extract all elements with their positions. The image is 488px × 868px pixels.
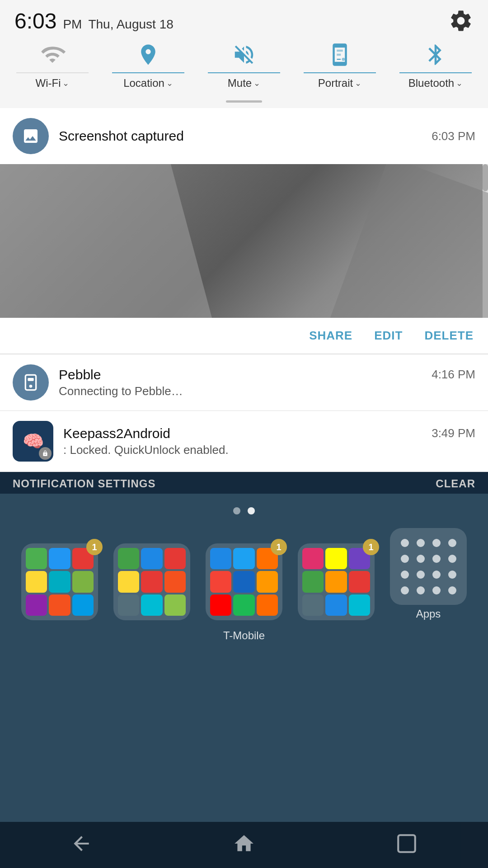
- keepass-notif-subtitle: : Locked. QuickUnlock enabled.: [63, 443, 475, 457]
- folder-3-app-5: [233, 571, 254, 592]
- folder-3-app-4: [210, 571, 231, 592]
- folder-2-app-8: [141, 594, 162, 616]
- mute-icon: [230, 42, 258, 67]
- pebble-notif-icon: [13, 364, 49, 401]
- folder-2-app-7: [118, 594, 139, 616]
- share-button[interactable]: SHARE: [307, 325, 354, 346]
- screenshot-notif-icon: [13, 118, 49, 154]
- location-icon: [135, 42, 162, 67]
- folder-1-badge: 1: [86, 539, 103, 555]
- location-label: Location⌄: [123, 77, 173, 90]
- qs-tile-wifi[interactable]: Wi-Fi⌄: [16, 42, 89, 90]
- folder-4-app-1: [302, 548, 324, 569]
- qs-tile-bluetooth[interactable]: Bluetooth⌄: [399, 42, 472, 90]
- drag-handle[interactable]: [0, 94, 488, 108]
- status-time: 6:03 PM Thu, August 18: [14, 9, 174, 33]
- nav-recents-button[interactable]: [389, 830, 425, 857]
- screenshot-preview: [0, 164, 488, 318]
- folder-2-app-5: [141, 571, 162, 592]
- folder-3-icon[interactable]: 1: [206, 543, 282, 620]
- qs-tile-mute[interactable]: Mute⌄: [208, 42, 280, 90]
- folder-4-badge: 1: [363, 539, 379, 555]
- folder-3-app-7: [210, 594, 231, 616]
- bottom-nav: [0, 822, 488, 868]
- svg-rect-1: [25, 375, 36, 390]
- page-dot-2: [248, 507, 255, 514]
- folder-4-app-8: [325, 594, 347, 616]
- clear-button[interactable]: CLEAR: [436, 477, 475, 490]
- folder-app-6: [72, 571, 94, 592]
- svg-rect-4: [398, 835, 415, 852]
- notification-screenshot[interactable]: Screenshot captured 6:03 PM SHARE EDIT D…: [0, 108, 488, 354]
- folder-2-app-9: [164, 594, 186, 616]
- apps-launcher[interactable]: Apps: [390, 528, 467, 620]
- dock-label: T-Mobile: [223, 629, 265, 642]
- keepass-notif-content: Keepass2Android 3:49 PM : Locked. QuickU…: [63, 426, 475, 457]
- folder-1-icon[interactable]: 1: [21, 543, 98, 620]
- folder-app-8: [49, 594, 70, 616]
- quick-settings-panel: Wi-Fi⌄ Location⌄ Mute⌄ Portrait⌄: [0, 33, 488, 94]
- page-dots: [0, 503, 488, 519]
- qs-tile-location[interactable]: Location⌄: [112, 42, 184, 90]
- folder-4-icon[interactable]: 1: [298, 543, 375, 620]
- folder-3-app-6: [257, 571, 278, 592]
- edit-button[interactable]: EDIT: [372, 325, 404, 346]
- folder-4-app-9: [349, 594, 370, 616]
- app-folder-1[interactable]: 1: [21, 543, 98, 620]
- svg-rect-0: [337, 59, 341, 60]
- pebble-notif-content: Pebble 4:16 PM Connecting to Pebble…: [59, 367, 475, 398]
- keepass-notif-time: 3:49 PM: [432, 426, 475, 440]
- clock-time: 6:03: [14, 9, 56, 33]
- pebble-notif-title: Pebble: [59, 367, 101, 382]
- home-screen: 1: [0, 494, 488, 687]
- notifications-area: Screenshot captured 6:03 PM SHARE EDIT D…: [0, 108, 488, 472]
- keepass-notif-icon: 🧠: [13, 421, 53, 462]
- folder-app-7: [26, 594, 47, 616]
- apps-label: Apps: [416, 608, 441, 620]
- settings-gear-icon[interactable]: [448, 8, 474, 33]
- screenshot-notif-time: 6:03 PM: [432, 129, 475, 143]
- notification-keepass[interactable]: 🧠 Keepass2Android 3:49 PM : Locked. Quic…: [0, 411, 488, 472]
- folder-3-app-1: [210, 548, 231, 569]
- screenshot-notif-title: Screenshot captured: [59, 128, 184, 144]
- notification-pebble[interactable]: Pebble 4:16 PM Connecting to Pebble…: [0, 354, 488, 411]
- folder-4-app-5: [325, 571, 347, 592]
- folder-2-app-2: [141, 548, 162, 569]
- pebble-notif-subtitle: Connecting to Pebble…: [59, 384, 475, 398]
- screenshot-notif-content: Screenshot captured 6:03 PM: [59, 128, 475, 144]
- wifi-label: Wi-Fi⌄: [36, 77, 70, 90]
- app-folder-2[interactable]: [113, 543, 190, 620]
- folder-app-9: [72, 594, 94, 616]
- folder-2-icon[interactable]: [113, 543, 190, 620]
- bluetooth-icon: [422, 42, 449, 67]
- folder-3-app-8: [233, 594, 254, 616]
- app-folder-3[interactable]: 1: [206, 543, 282, 620]
- notification-settings-label[interactable]: NOTIFICATION SETTINGS: [13, 477, 156, 490]
- svg-point-3: [29, 385, 33, 388]
- folder-4-app-4: [302, 571, 324, 592]
- folder-3-badge: 1: [271, 539, 287, 555]
- folder-4-app-6: [349, 571, 370, 592]
- nav-home-button[interactable]: [226, 830, 262, 857]
- folder-3-app-9: [257, 594, 278, 616]
- nav-back-button[interactable]: [63, 830, 99, 857]
- app-folder-4[interactable]: 1: [298, 543, 375, 620]
- delete-button[interactable]: DELETE: [422, 325, 475, 346]
- apps-grid-icon[interactable]: [390, 528, 467, 605]
- mute-label: Mute⌄: [228, 77, 260, 90]
- folder-4-app-7: [302, 594, 324, 616]
- notification-settings-bar: NOTIFICATION SETTINGS CLEAR: [0, 472, 488, 494]
- keepass-badge: [39, 447, 52, 460]
- page-dot-home: [233, 507, 240, 514]
- folder-2-app-3: [164, 548, 186, 569]
- portrait-label: Portrait⌄: [318, 77, 361, 90]
- folder-app-2: [49, 548, 70, 569]
- status-bar: 6:03 PM Thu, August 18: [0, 0, 488, 33]
- folder-app-1: [26, 548, 47, 569]
- clock-period: PM: [63, 17, 82, 32]
- qs-tile-portrait[interactable]: Portrait⌄: [304, 42, 376, 90]
- status-date: Thu, August 18: [88, 17, 173, 32]
- screenshot-actions: SHARE EDIT DELETE: [0, 318, 488, 354]
- dock-area: 1: [0, 519, 488, 625]
- keepass-notif-title: Keepass2Android: [63, 426, 170, 441]
